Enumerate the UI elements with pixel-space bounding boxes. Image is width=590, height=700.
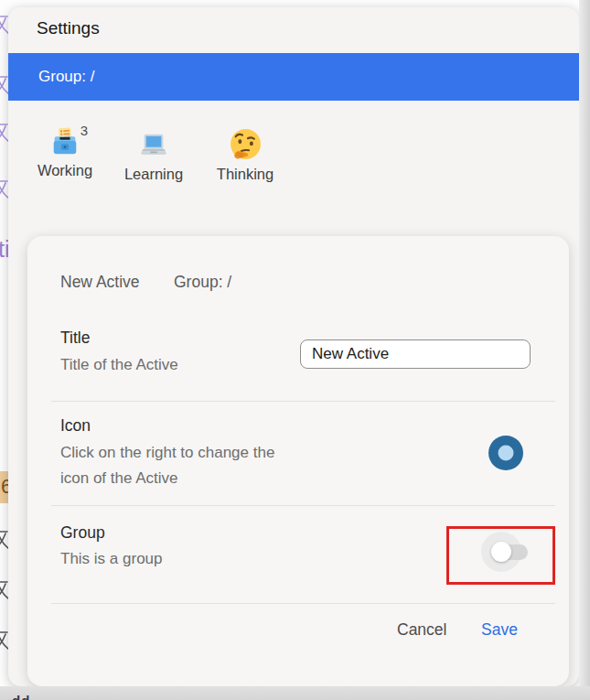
- dimmed-page-bottom: [0, 686, 590, 700]
- red-highlight-annotation: [446, 526, 555, 585]
- active-item-working[interactable]: 3 Working: [35, 126, 95, 179]
- active-label: Learning: [123, 166, 184, 183]
- icon-field-label: Icon: [60, 416, 91, 436]
- page-title: Settings: [37, 18, 100, 38]
- title-field-description: Title of the Active: [60, 352, 178, 378]
- dialog-title: New Active: [60, 273, 140, 292]
- title-field-label: Title: [60, 328, 90, 348]
- radio-button-icon[interactable]: [488, 435, 524, 471]
- cjk-glyph-icon: [0, 121, 8, 143]
- active-item-thinking[interactable]: Thinking: [215, 127, 275, 183]
- cjk-glyph-icon: [0, 178, 8, 199]
- cjk-glyph-icon: [0, 528, 8, 550]
- cjk-glyph-icon: [0, 13, 8, 35]
- laptop-emoji-icon: [138, 130, 169, 161]
- cjk-glyph-icon: [0, 578, 8, 600]
- save-button[interactable]: Save: [481, 620, 518, 640]
- active-item-learning[interactable]: Learning: [123, 130, 184, 183]
- ballot-box-emoji-icon: 3: [49, 126, 80, 157]
- edit-active-dialog: New Active Group: / Title Title of the A…: [27, 236, 569, 686]
- divider: [51, 505, 555, 506]
- icon-field-description: Click on the right to change the icon of…: [60, 440, 289, 491]
- title-input[interactable]: [300, 339, 531, 369]
- dialog-group-label: Group: /: [174, 273, 231, 292]
- settings-panel: Settings Group: /: [8, 7, 579, 686]
- group-bar[interactable]: Group: /: [8, 53, 579, 101]
- group-bar-label: Group: /: [38, 68, 94, 86]
- active-label: Working: [35, 162, 95, 179]
- clipped-bottom-text: dd: [12, 693, 30, 700]
- cancel-button[interactable]: Cancel: [397, 620, 446, 640]
- working-count-badge: 3: [80, 123, 88, 138]
- cjk-glyph-icon: [0, 73, 8, 95]
- thinking-face-emoji-icon: [229, 127, 263, 161]
- divider: [51, 603, 555, 604]
- cjk-glyph-icon: [0, 629, 8, 651]
- divider: [51, 401, 555, 402]
- group-field-description: This is a group: [60, 546, 163, 572]
- active-label: Thinking: [215, 166, 275, 183]
- group-field-label: Group: [60, 523, 105, 543]
- dimmed-page-edge: [579, 0, 590, 700]
